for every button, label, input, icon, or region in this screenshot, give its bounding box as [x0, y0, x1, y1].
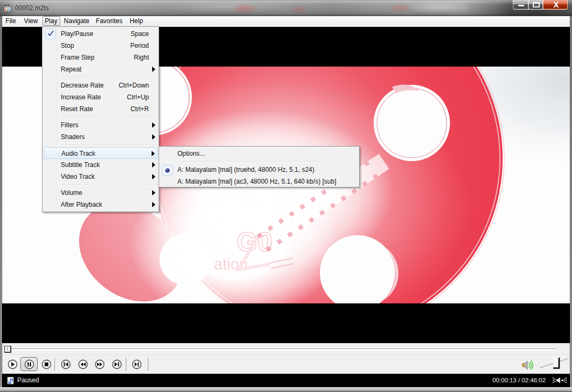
svg-text:1: 1: [9, 8, 11, 12]
